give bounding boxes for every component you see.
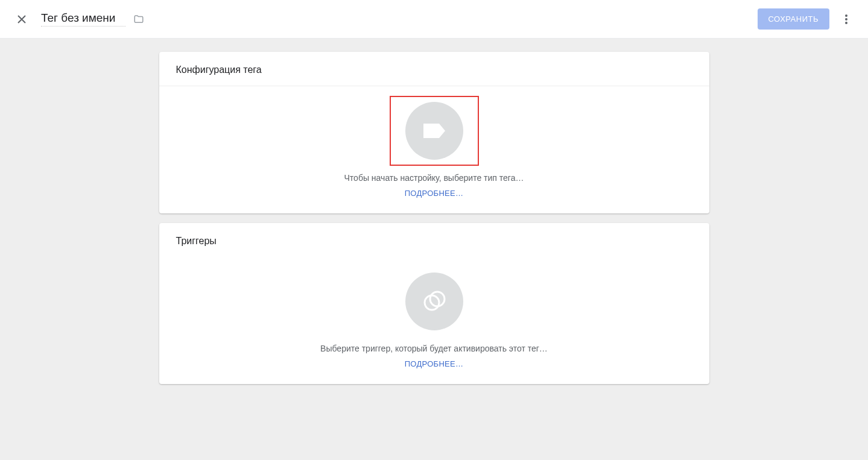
tag-config-body: Чтобы начать настройку, выберите тип тег… — [159, 86, 709, 213]
save-button[interactable]: СОХРАНИТЬ — [758, 8, 829, 30]
triggers-body: Выберите триггер, который будет активиро… — [159, 257, 709, 384]
svg-point-2 — [845, 22, 847, 24]
tag-config-helper-text: Чтобы начать настройку, выберите тип тег… — [344, 173, 524, 183]
kebab-icon — [845, 14, 847, 24]
more-menu-button[interactable] — [839, 12, 854, 27]
triggers-more-link[interactable]: ПОДРОБНЕЕ… — [405, 359, 464, 368]
header: СОХРАНИТЬ — [0, 0, 868, 39]
tag-icon-circle — [405, 102, 463, 160]
close-icon — [17, 15, 26, 24]
trigger-icon-circle — [405, 273, 463, 330]
tag-config-title: Конфигурация тега — [159, 52, 709, 86]
tag-config-more-link[interactable]: ПОДРОБНЕЕ… — [405, 189, 464, 198]
triggers-title: Триггеры — [159, 223, 709, 257]
svg-point-1 — [845, 18, 847, 20]
content-area: Конфигурация тега Чтобы начать настройку… — [0, 39, 868, 460]
tag-icon — [422, 122, 446, 139]
folder-button[interactable] — [133, 14, 145, 25]
folder-icon — [133, 14, 145, 25]
triggers-card: Триггеры Выберите триггер, который будет… — [159, 223, 709, 384]
trigger-placeholder[interactable] — [399, 266, 469, 336]
tag-name-input[interactable] — [41, 11, 125, 27]
triggers-helper-text: Выберите триггер, который будет активиро… — [320, 344, 548, 353]
close-button[interactable] — [14, 12, 29, 27]
tag-type-placeholder[interactable] — [390, 96, 479, 166]
trigger-icon — [422, 289, 446, 313]
svg-point-0 — [845, 14, 847, 17]
tag-config-card: Конфигурация тега Чтобы начать настройку… — [159, 52, 709, 213]
